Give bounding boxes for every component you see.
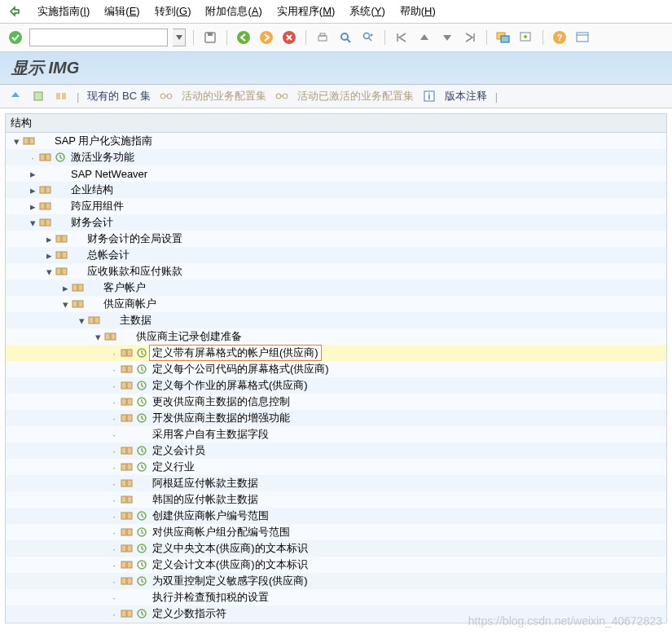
- menu-item-h[interactable]: 帮助(H): [400, 5, 436, 17]
- tree-row[interactable]: ·开发供应商主数据的增强功能: [6, 410, 666, 426]
- leaf-bullet-icon: ·: [108, 347, 120, 359]
- tree-row[interactable]: ▸客户帐户: [6, 280, 666, 296]
- version-notes-link[interactable]: 版本注释: [445, 89, 487, 103]
- tree-row[interactable]: ·创建供应商帐户编号范围: [6, 508, 666, 524]
- img-activity-icon[interactable]: [134, 380, 149, 391]
- new-session-icon[interactable]: [494, 29, 512, 46]
- img-activity-icon[interactable]: [134, 559, 149, 570]
- svg-rect-73: [121, 464, 126, 470]
- first-page-icon[interactable]: [393, 29, 411, 46]
- svg-rect-55: [121, 350, 126, 356]
- print-icon[interactable]: [314, 29, 332, 46]
- page-up-icon[interactable]: [415, 29, 433, 46]
- menu-item-g[interactable]: 转到(G): [155, 5, 191, 17]
- find-next-icon[interactable]: [359, 29, 377, 46]
- expand-all-icon[interactable]: [8, 89, 23, 103]
- img-activity-icon[interactable]: [53, 152, 68, 163]
- expand-icon[interactable]: ▸: [27, 200, 38, 213]
- tree-row[interactable]: ·定义每个作业的屏幕格式(供应商): [6, 377, 666, 394]
- tree-row[interactable]: ▾供应商帐户: [6, 296, 666, 312]
- img-activity-icon[interactable]: [134, 445, 149, 456]
- tree-row[interactable]: ·定义少数指示符: [6, 605, 666, 622]
- command-dropdown-icon[interactable]: [173, 29, 186, 46]
- tree-row[interactable]: ·更改供应商主数据的信息控制: [6, 394, 666, 410]
- help-icon[interactable]: ?: [551, 29, 569, 46]
- svg-rect-35: [40, 187, 45, 193]
- layout-menu-icon[interactable]: [573, 29, 591, 46]
- tree-row[interactable]: ▾财务会计: [6, 214, 666, 231]
- img-activity-icon[interactable]: [134, 396, 149, 407]
- img-node-icon: [71, 298, 86, 310]
- svg-rect-74: [127, 464, 132, 470]
- tree-row[interactable]: ·为双重控制定义敏感字段(供应商): [6, 573, 666, 589]
- title-bar: 显示 IMG: [0, 52, 672, 85]
- tree-row[interactable]: ·阿根廷应付帐款主数据: [6, 475, 666, 491]
- tree-row[interactable]: ·定义会计文本(供应商)的文本标识: [6, 557, 666, 573]
- tree-row[interactable]: ·定义中央文本(供应商)的文本标识: [6, 540, 666, 557]
- img-activity-icon[interactable]: [134, 575, 149, 587]
- cancel-icon[interactable]: [280, 29, 298, 46]
- active-bc-config-link[interactable]: 活动的业务配置集: [182, 89, 266, 103]
- tree-row[interactable]: ·韩国的应付帐款主数据: [6, 491, 666, 508]
- ok-icon[interactable]: [7, 29, 24, 46]
- where-used-icon[interactable]: [54, 89, 68, 103]
- tree-row[interactable]: ·激活业务功能: [6, 149, 666, 165]
- img-activity-icon[interactable]: [134, 363, 149, 375]
- menu-item-e[interactable]: 编辑(E): [104, 5, 139, 17]
- exit-icon[interactable]: [257, 29, 275, 46]
- img-activity-icon[interactable]: [134, 526, 149, 538]
- main-toolbar: ?: [0, 24, 672, 52]
- tree-row[interactable]: ▸总帐会计: [6, 247, 666, 263]
- img-activity-icon[interactable]: [134, 608, 149, 619]
- page-down-icon[interactable]: [438, 29, 456, 46]
- tree-row[interactable]: ▾SAP 用户化实施指南: [6, 133, 666, 149]
- last-page-icon[interactable]: [461, 29, 479, 46]
- menu-item-m[interactable]: 实用程序(M): [277, 5, 336, 17]
- existing-bc-set-link[interactable]: 现有的 BC 集: [87, 89, 150, 103]
- img-activity-icon[interactable]: [134, 543, 149, 554]
- img-activity-icon[interactable]: [134, 347, 149, 359]
- tree-row[interactable]: ▾主数据: [6, 312, 666, 328]
- img-activity-icon[interactable]: [134, 461, 149, 473]
- tree-row[interactable]: ▸跨应用组件: [6, 198, 666, 214]
- activated-bc-config-link[interactable]: 活动已激活的业务配置集: [297, 89, 414, 103]
- command-field[interactable]: [29, 29, 168, 46]
- expand-icon[interactable]: ▸: [43, 249, 55, 262]
- tree-row[interactable]: ·定义带有屏幕格式的帐户组(供应商): [6, 345, 666, 361]
- save-icon[interactable]: [201, 29, 219, 46]
- tree-node-label: 主数据: [116, 313, 152, 328]
- menu-item-i[interactable]: 实施指南(I): [37, 5, 90, 17]
- img-activity-icon[interactable]: [134, 412, 149, 424]
- collapse-icon[interactable]: ▾: [59, 298, 71, 310]
- collapse-icon[interactable]: ▾: [76, 315, 87, 327]
- tree-row[interactable]: ·定义行业: [6, 459, 666, 475]
- tree-row[interactable]: ·定义会计员: [6, 442, 666, 459]
- export-icon[interactable]: [7, 3, 23, 20]
- menu-item-y[interactable]: 系统(Y): [349, 5, 384, 17]
- img-node-icon: [38, 200, 53, 212]
- collapse-all-icon[interactable]: [31, 89, 46, 103]
- tree-row[interactable]: ·对供应商帐户组分配编号范围: [6, 524, 666, 540]
- img-activity-icon[interactable]: [134, 510, 149, 522]
- back-icon[interactable]: [235, 29, 253, 46]
- tree-row[interactable]: ·执行并检查预扣税的设置: [6, 589, 666, 605]
- collapse-icon[interactable]: ▾: [92, 331, 103, 343]
- create-shortcut-icon[interactable]: [517, 29, 535, 46]
- tree-row[interactable]: ·定义每个公司代码的屏幕格式(供应商): [6, 361, 666, 377]
- tree-row[interactable]: ▸SAP NetWeaver: [6, 165, 666, 182]
- collapse-icon[interactable]: ▾: [11, 135, 22, 147]
- tree-row[interactable]: ▸财务会计的全局设置: [6, 231, 666, 247]
- tree-row[interactable]: ▾供应商主记录创建准备: [6, 328, 666, 345]
- expand-icon[interactable]: ▸: [59, 282, 71, 294]
- expand-icon[interactable]: ▸: [27, 168, 38, 180]
- tree-row[interactable]: ▸企业结构: [6, 182, 666, 198]
- collapse-icon[interactable]: ▾: [27, 217, 38, 229]
- expand-icon[interactable]: ▸: [27, 184, 38, 196]
- collapse-icon[interactable]: ▾: [43, 266, 55, 278]
- find-icon[interactable]: [336, 29, 354, 46]
- img-tree[interactable]: ▾SAP 用户化实施指南·激活业务功能▸SAP NetWeaver▸企业结构▸跨…: [5, 133, 667, 623]
- tree-row[interactable]: ▾应收账款和应付账款: [6, 263, 666, 280]
- menu-item-a[interactable]: 附加信息(A): [205, 5, 261, 17]
- expand-icon[interactable]: ▸: [43, 233, 55, 245]
- tree-row[interactable]: ·采用客户自有主数据字段: [6, 426, 666, 442]
